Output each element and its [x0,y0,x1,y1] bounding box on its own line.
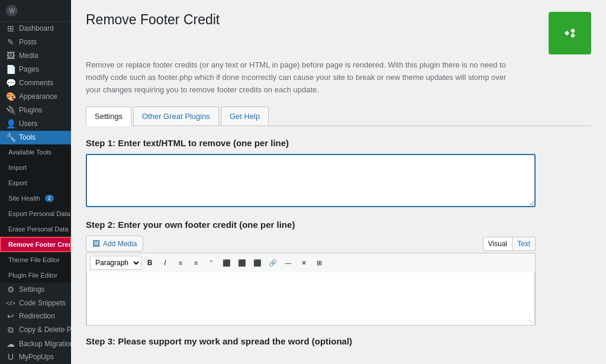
sidebar-item-mypopups[interactable]: U MyPopUps [0,350,71,364]
sidebar-item-backup-migration[interactable]: ☁ Backup Migration [0,337,71,350]
editor-toolbar: 🖼 Add Media Visual Text [86,236,536,252]
mypopups-icon: U [6,352,15,362]
unordered-list-button[interactable]: ≡ [173,256,188,269]
sidebar-item-plugins[interactable]: 🔌 Plugins [0,104,71,117]
sidebar: W ⊞ Dashboard ✎ Posts 🖼 Media 📄 Pages 💬 … [0,0,71,364]
sidebar-item-theme-file-editor[interactable]: Theme File Editor [0,252,71,268]
tools-icon: 🔧 [6,133,15,142]
visual-text-switch: Visual Text [483,237,536,251]
users-icon: 👤 [6,119,15,128]
site-health-badge: 2 [45,195,54,202]
align-right-button[interactable]: ⬛ [250,256,265,269]
settings-icon: ⚙ [6,285,15,294]
page-description: Remove or replace footer credits (or any… [86,59,512,96]
tab-get-help[interactable]: Get Help [221,107,269,125]
table-button[interactable]: ⊞ [312,256,326,269]
plugin-icon [549,12,591,54]
svg-rect-0 [559,22,581,44]
sidebar-item-posts[interactable]: ✎ Posts [0,36,71,49]
page-title: Remove Footer Credit [86,12,220,28]
sidebar-item-pages[interactable]: 📄 Pages [0,63,71,76]
ordered-list-button[interactable]: ≡ [189,256,203,269]
sidebar-item-tools[interactable]: 🔧 Tools [0,131,71,144]
sidebar-item-export-personal-data[interactable]: Export Personal Data [0,206,71,221]
tabs-container: Settings Other Great Plugins Get Help [86,107,591,126]
wordpress-logo: W [0,0,71,22]
link-button[interactable]: 🔗 [266,256,280,269]
blockquote-button[interactable]: " [204,256,218,269]
editor-content-area: ⤡ [86,272,536,326]
remove-format-button[interactable]: ✕ [296,256,311,269]
sidebar-item-site-health[interactable]: Site Health 2 [0,191,71,206]
media-icon: 🖼 [6,51,15,60]
add-media-button[interactable]: 🖼 Add Media [86,236,143,252]
sidebar-item-code-snippets[interactable]: </> Code Snippets [0,297,71,310]
sidebar-item-redirection[interactable]: ↩ Redirection [0,310,71,323]
dashboard-icon: ⊞ [6,24,15,33]
copy-delete-icon: ⧉ [6,325,15,335]
editor-content[interactable] [86,272,535,326]
sidebar-item-dashboard[interactable]: ⊞ Dashboard [0,22,71,36]
sidebar-item-media[interactable]: 🖼 Media [0,49,71,63]
pages-icon: 📄 [6,65,15,74]
appearance-icon: 🎨 [6,92,15,101]
tab-other-plugins[interactable]: Other Great Plugins [133,107,219,125]
sidebar-item-comments[interactable]: 💬 Comments [0,76,71,90]
sidebar-item-remove-footer-credit[interactable]: Remove Footer Credit [0,237,71,252]
redirection-icon: ↩ [6,311,15,321]
align-left-button[interactable]: ⬛ [220,256,234,269]
sidebar-item-available-tools[interactable]: Available Tools [0,144,71,160]
bold-button[interactable]: B [143,256,157,269]
sidebar-item-users[interactable]: 👤 Users [0,117,71,131]
visual-button[interactable]: Visual [483,237,512,251]
sidebar-item-settings[interactable]: ⚙ Settings [0,283,71,297]
posts-icon: ✎ [6,37,15,47]
sidebar-item-export[interactable]: Export [0,175,71,191]
tab-settings[interactable]: Settings [86,107,131,126]
plugin-logo-svg [559,22,581,44]
format-bar: Paragraph B I ≡ ≡ " ⬛ ⬛ ⬛ 🔗 — ✕ ⊞ [86,253,536,272]
comments-icon: 💬 [6,78,15,88]
text-button[interactable]: Text [512,237,536,251]
wp-icon: W [6,5,18,17]
step1-textarea[interactable] [86,154,536,207]
sidebar-item-erase-personal-data[interactable]: Erase Personal Data [0,221,71,237]
main-content: Remove Footer Credit Remove or replace f… [71,0,606,364]
sidebar-item-plugin-file-editor[interactable]: Plugin File Editor [0,268,71,283]
horizontal-rule-button[interactable]: — [281,256,295,269]
add-media-icon: 🖼 [92,239,100,248]
sidebar-item-appearance[interactable]: 🎨 Appearance [0,90,71,104]
sidebar-item-import[interactable]: Import [0,160,71,175]
code-snippets-icon: </> [6,299,15,307]
step3-title: Step 3: Please support my work and sprea… [86,336,591,346]
tools-submenu: Available Tools Import Export Site Healt… [0,144,71,283]
backup-icon: ☁ [6,339,15,349]
step2-title: Step 2: Enter your own footer credit (on… [86,220,591,230]
resize-handle[interactable]: ⤡ [528,318,534,324]
paragraph-select[interactable]: Paragraph [90,256,141,270]
italic-button[interactable]: I [158,256,172,269]
plugins-icon: 🔌 [6,105,15,115]
align-center-button[interactable]: ⬛ [235,256,249,269]
sidebar-item-copy-delete-posts[interactable]: ⧉ Copy & Delete Posts [0,323,71,337]
step1-title: Step 1: Enter text/HTML to remove (one p… [86,138,591,148]
